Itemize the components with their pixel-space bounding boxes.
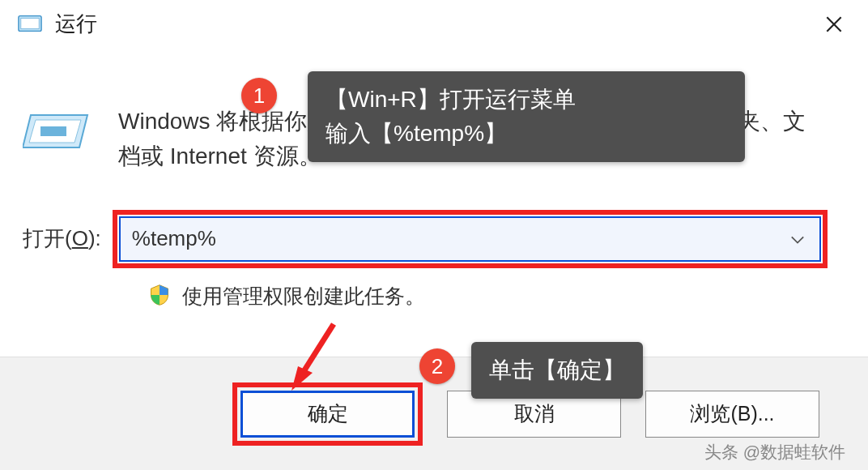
window-title: 运行 bbox=[55, 10, 97, 38]
annotation-arrow-icon bbox=[285, 316, 350, 397]
svg-line-5 bbox=[303, 324, 334, 373]
open-label: 打开(O): bbox=[23, 224, 101, 253]
annotation-badge-2: 2 bbox=[419, 348, 455, 384]
svg-marker-6 bbox=[291, 366, 313, 391]
browse-button[interactable]: 浏览(B)... bbox=[645, 391, 819, 438]
watermark: 头条 @数据蛙软件 bbox=[704, 441, 845, 464]
run-icon bbox=[16, 10, 44, 37]
run-large-icon bbox=[23, 107, 96, 164]
open-input-value: %temp% bbox=[132, 226, 216, 251]
open-input-highlight: %temp% bbox=[113, 210, 828, 268]
ok-button[interactable]: 确定 bbox=[240, 391, 415, 438]
chevron-down-icon[interactable] bbox=[790, 229, 805, 250]
titlebar: 运行 bbox=[0, 0, 868, 47]
annotation-tooltip-2: 单击【确定】 bbox=[471, 342, 643, 399]
admin-text: 使用管理权限创建此任务。 bbox=[182, 283, 425, 310]
svg-rect-4 bbox=[40, 126, 66, 136]
annotation-tooltip-1: 【Win+R】打开运行菜单 输入【%temp%】 bbox=[308, 71, 745, 162]
shield-icon bbox=[148, 284, 172, 308]
annotation-badge-1: 1 bbox=[241, 78, 277, 113]
admin-note: 使用管理权限创建此任务。 bbox=[148, 283, 828, 310]
close-button[interactable] bbox=[816, 6, 852, 42]
open-input[interactable]: %temp% bbox=[119, 216, 821, 262]
svg-rect-1 bbox=[21, 18, 40, 28]
